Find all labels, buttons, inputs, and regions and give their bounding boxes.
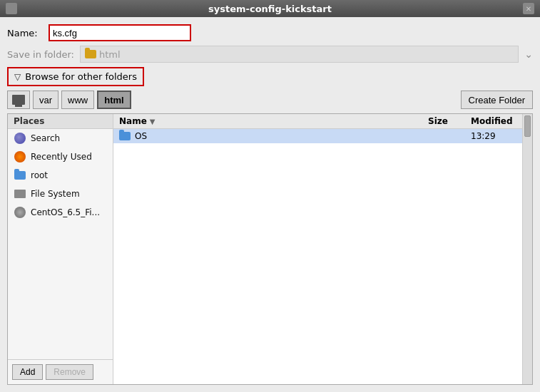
sidebar-item-recently-used[interactable]: Recently Used	[8, 148, 113, 166]
sidebar-item-label: root	[31, 170, 48, 180]
places-header: Places	[8, 114, 113, 129]
file-folder-icon	[119, 132, 131, 140]
title-bar: system-config-kickstart ✕	[0, 0, 540, 17]
path-button-var[interactable]: var	[33, 91, 58, 109]
monitor-icon	[12, 95, 25, 105]
save-in-chevron: ⌄	[524, 48, 533, 60]
title-bar-title: system-config-kickstart	[17, 4, 523, 14]
root-folder-icon	[14, 169, 26, 182]
save-in-folder-name: html	[99, 49, 121, 60]
sidebar-item-filesystem[interactable]: File System	[8, 185, 113, 203]
title-bar-icon	[6, 3, 17, 14]
add-place-button[interactable]: Add	[12, 364, 43, 380]
save-in-folder-icon	[85, 50, 96, 58]
file-modified: 13:29	[465, 131, 522, 141]
name-label: Name:	[7, 28, 43, 38]
close-button[interactable]: ✕	[523, 3, 534, 14]
sidebar-item-centos[interactable]: CentOS_6.5_Fi...	[8, 203, 113, 222]
column-header-size[interactable]: Size	[422, 116, 465, 126]
column-header-modified[interactable]: Modified	[465, 116, 522, 126]
sidebar-item-label: File System	[31, 189, 80, 199]
path-button-monitor[interactable]	[7, 91, 30, 109]
sidebar-item-search[interactable]: Search	[8, 129, 113, 148]
table-row[interactable]: OS 13:29	[113, 129, 522, 143]
sort-arrow-icon: ▼	[150, 118, 156, 125]
sidebar-item-label: CentOS_6.5_Fi...	[31, 207, 100, 217]
browse-label: Browse for other folders	[25, 71, 137, 82]
filesystem-icon	[14, 187, 26, 200]
scroll-thumb[interactable]	[524, 115, 531, 137]
sidebar-item-root[interactable]: root	[8, 166, 113, 185]
path-button-html[interactable]: html	[97, 91, 131, 109]
column-header-name[interactable]: Name ▼	[113, 116, 422, 126]
name-input[interactable]	[49, 24, 191, 41]
save-in-value: html	[80, 46, 519, 63]
create-folder-button[interactable]: Create Folder	[461, 91, 533, 109]
centos-icon	[14, 206, 26, 219]
recently-used-icon	[14, 150, 26, 163]
sidebar-item-label: Recently Used	[31, 152, 92, 162]
path-button-www[interactable]: www	[61, 91, 94, 109]
browse-toggle[interactable]: ▽ Browse for other folders	[7, 67, 144, 86]
remove-place-button[interactable]: Remove	[46, 364, 93, 380]
search-place-icon	[14, 132, 26, 145]
browse-arrow-icon: ▽	[14, 72, 21, 82]
sidebar-item-label: Search	[31, 133, 60, 143]
save-in-label: Save in folder:	[7, 49, 74, 60]
scrollbar[interactable]	[522, 114, 532, 384]
file-name: OS	[135, 131, 147, 141]
